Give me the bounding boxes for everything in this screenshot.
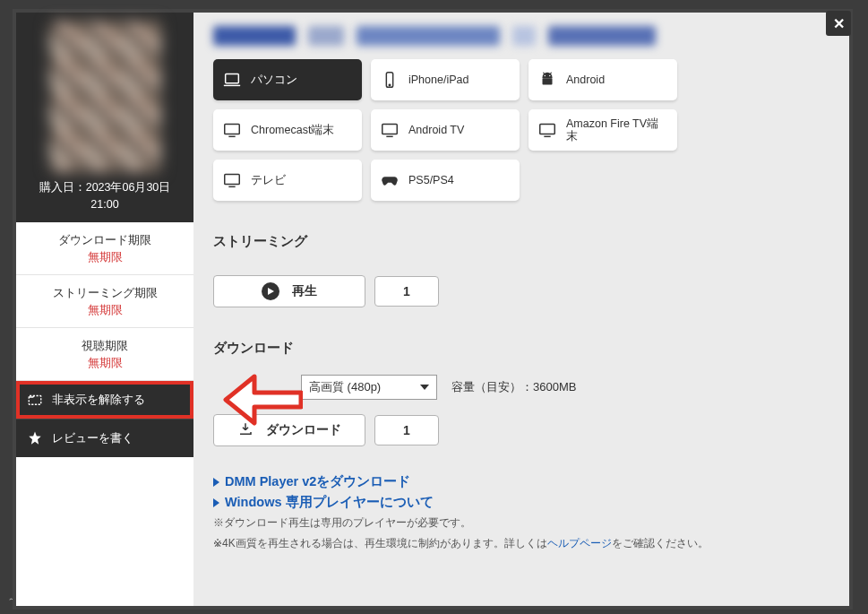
download-controls: 高画質 (480p) 容量（目安）：3600MB (213, 375, 829, 400)
windows-player-link[interactable]: Windows 専用プレイヤーについて (213, 494, 829, 511)
svg-rect-7 (225, 125, 240, 134)
device-label: Chromecast端末 (251, 124, 334, 136)
limit-label: ストリーミング期限 (16, 286, 193, 301)
triangle-right-icon (213, 498, 219, 507)
device-label: Android (566, 74, 605, 86)
svg-point-6 (549, 75, 550, 76)
play-count-button[interactable]: 1 (374, 276, 439, 307)
streaming-heading: ストリーミング (213, 233, 829, 250)
download-heading: ダウンロード (213, 340, 829, 357)
play-button[interactable]: 再生 (213, 275, 365, 307)
limit-streaming: ストリーミング期限 無期限 (16, 275, 193, 328)
quality-selected: 高画質 (480p) (309, 379, 381, 395)
device-label: Amazon Fire TV端末 (566, 117, 668, 143)
device-pc[interactable]: パソコン (213, 59, 362, 100)
download-size: 容量（目安）：3600MB (451, 379, 576, 395)
sidebar: 購入日：2023年06月30日 21:00 ダウンロード期限 無期限 ストリーミ… (16, 13, 193, 606)
download-note-2: ※4K画質を再生される場合は、再生環境に制約があります。詳しくはヘルプページをご… (213, 535, 829, 552)
limit-value: 無期限 (16, 356, 193, 371)
device-iphone[interactable]: iPhone/iPad (371, 59, 520, 100)
limit-label: ダウンロード期限 (16, 233, 193, 248)
write-review-button[interactable]: レビューを書く (16, 419, 193, 457)
svg-rect-1 (226, 74, 239, 83)
tv-icon (222, 170, 242, 190)
download-note-1: ※ダウンロード再生は専用のプレイヤーが必要です。 (213, 515, 829, 532)
link-text: Windows 専用プレイヤーについて (225, 494, 434, 511)
svg-rect-10 (225, 175, 240, 185)
main-panel: パソコン iPhone/iPad Android Chromecast端末 An… (193, 13, 849, 606)
modal-dialog: ✕ 購入日：2023年06月30日 21:00 ダウンロード期限 無期限 ストリ… (13, 9, 853, 610)
laptop-icon (222, 70, 242, 90)
device-tv[interactable]: テレビ (213, 160, 362, 201)
link-text: DMM Player v2をダウンロード (225, 473, 410, 490)
tv-icon (380, 120, 400, 140)
download-button[interactable]: ダウンロード (213, 414, 365, 446)
tv-icon (222, 120, 242, 140)
unhide-label: 非表示を解除する (52, 392, 145, 408)
device-label: テレビ (251, 174, 286, 186)
svg-point-5 (545, 75, 546, 76)
quality-select[interactable]: 高画質 (480p) (301, 375, 437, 400)
svg-point-3 (389, 84, 390, 85)
device-chromecast[interactable]: Chromecast端末 (213, 109, 362, 151)
folder-unhide-icon (27, 392, 43, 408)
thumbnail-wrap (16, 13, 193, 172)
review-label: レビューを書く (52, 430, 133, 446)
limit-value: 無期限 (16, 250, 193, 265)
phone-icon (380, 70, 400, 90)
gamepad-icon (380, 170, 400, 190)
limit-value: 無期限 (16, 303, 193, 318)
help-page-link[interactable]: ヘルプページ (547, 537, 612, 549)
play-label: 再生 (292, 283, 317, 299)
download-count: 1 (403, 423, 410, 437)
android-icon (537, 70, 557, 90)
purchase-date-line2: 21:00 (21, 196, 188, 213)
play-count: 1 (403, 284, 410, 298)
limit-download: ダウンロード期限 無期限 (16, 222, 193, 275)
size-label: 容量（目安）： (451, 380, 533, 393)
device-tabs: パソコン iPhone/iPad Android Chromecast端末 An… (213, 59, 829, 201)
svg-rect-9 (540, 125, 555, 134)
purchase-date-line1: 購入日：2023年06月30日 (21, 179, 188, 196)
close-icon: ✕ (833, 15, 845, 32)
play-icon (262, 282, 279, 300)
download-icon (237, 421, 254, 440)
download-buttons: ダウンロード 1 (213, 414, 829, 446)
close-button[interactable]: ✕ (826, 11, 851, 36)
svg-rect-8 (382, 125, 398, 134)
device-label: パソコン (251, 74, 297, 86)
device-label: iPhone/iPad (408, 74, 468, 86)
player-links: DMM Player v2をダウンロード Windows 専用プレイヤーについて… (213, 473, 829, 552)
dmm-player-link[interactable]: DMM Player v2をダウンロード (213, 473, 829, 490)
product-thumbnail (49, 22, 161, 172)
sidebar-actions: 非表示を解除する レビューを書く (16, 381, 193, 457)
limit-label: 視聴期限 (16, 339, 193, 354)
device-ps[interactable]: PS5/PS4 (371, 160, 520, 201)
device-label: Android TV (408, 124, 464, 136)
download-label: ダウンロード (266, 422, 341, 438)
device-android[interactable]: Android (529, 59, 677, 100)
limit-viewing: 視聴期限 無期限 (16, 328, 193, 381)
product-title-blurred (213, 23, 829, 48)
device-firetv[interactable]: Amazon Fire TV端末 (529, 109, 677, 151)
device-androidtv[interactable]: Android TV (371, 109, 520, 151)
star-icon (27, 430, 43, 446)
chevron-down-icon (420, 385, 429, 390)
limits-block: ダウンロード期限 無期限 ストリーミング期限 無期限 視聴期限 無期限 (16, 222, 193, 381)
svg-rect-4 (543, 78, 553, 84)
tv-icon (537, 120, 557, 140)
size-value: 3600MB (533, 380, 576, 393)
triangle-right-icon (213, 478, 219, 487)
download-count-button[interactable]: 1 (374, 415, 439, 445)
purchase-date: 購入日：2023年06月30日 21:00 (16, 172, 193, 222)
streaming-controls: 再生 1 (213, 275, 829, 307)
device-label: PS5/PS4 (408, 174, 454, 186)
unhide-button[interactable]: 非表示を解除する (16, 381, 193, 419)
